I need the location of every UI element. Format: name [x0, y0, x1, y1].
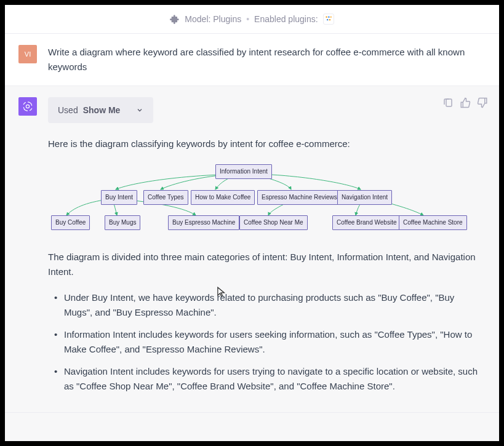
copy-icon[interactable] [442, 97, 454, 108]
diagram-node: Buy Mugs [105, 215, 140, 230]
plugin-used-prefix: Used [58, 103, 78, 117]
model-label: Model: Plugins [185, 14, 241, 24]
user-message-text: Write a diagram where keyword are classi… [48, 45, 479, 74]
diagram-node: How to Make Coffee [191, 190, 255, 205]
assistant-avatar [18, 97, 37, 116]
diagram-node: Buy Intent [101, 190, 137, 205]
thumbs-up-icon[interactable] [460, 97, 471, 108]
chat-view: Model: Plugins • Enabled plugins: VI Wri… [5, 5, 499, 441]
diagram-node: Coffee Types [143, 190, 188, 205]
enabled-plugins-label: Enabled plugins: [254, 14, 318, 24]
assistant-content: Used Show Me Here is the diagram classif… [48, 97, 479, 401]
puzzle-icon [170, 14, 180, 24]
diagram-node: Espresso Machine Reviews [257, 190, 342, 205]
diagram-node: Coffee Machine Store [399, 215, 467, 230]
plugin-used-toggle[interactable]: Used Show Me [48, 97, 153, 123]
svg-rect-1 [328, 17, 329, 18]
separator-dot: • [246, 14, 249, 24]
svg-rect-3 [327, 19, 328, 20]
model-header: Model: Plugins • Enabled plugins: [5, 5, 499, 34]
bullet-item: Navigation Intent includes keywords for … [57, 364, 479, 394]
thumbs-down-icon[interactable] [477, 97, 488, 108]
assistant-summary: The diagram is divided into three main c… [48, 250, 479, 279]
bullet-item: Under Buy Intent, we have keywords relat… [57, 290, 479, 320]
intent-diagram: Information Intent Buy Intent Coffee Typ… [48, 162, 454, 236]
diagram-node: Coffee Brand Website [332, 215, 401, 230]
assistant-intro: Here is the diagram classifying keywords… [48, 137, 479, 151]
diagram-node-root: Information Intent [215, 164, 272, 179]
diagram-node: Buy Espresso Machine [168, 215, 239, 230]
assistant-message: Used Show Me Here is the diagram classif… [5, 86, 499, 413]
svg-rect-6 [446, 99, 452, 106]
diagram-node: Navigation Intent [337, 190, 392, 205]
svg-rect-0 [326, 17, 327, 18]
svg-rect-4 [329, 19, 330, 20]
svg-rect-2 [330, 17, 332, 18]
message-actions [442, 97, 488, 108]
diagram-node: Buy Coffee [51, 215, 90, 230]
user-message: VI Write a diagram where keyword are cla… [5, 34, 499, 86]
user-avatar: VI [18, 45, 37, 63]
diagram-node: Coffee Shop Near Me [239, 215, 308, 230]
bullet-item: Information Intent includes keywords for… [57, 327, 479, 357]
chevron-down-icon [136, 106, 143, 114]
assistant-bullets: Under Buy Intent, we have keywords relat… [48, 290, 479, 394]
plugin-used-name: Show Me [83, 103, 121, 117]
plugin-showme-icon[interactable] [323, 14, 334, 25]
svg-point-5 [26, 105, 29, 108]
